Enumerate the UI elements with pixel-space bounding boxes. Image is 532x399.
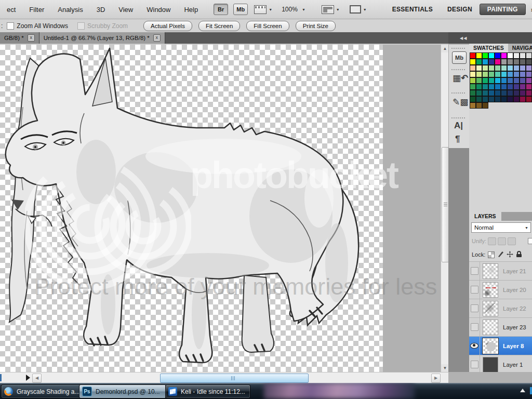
menu-window[interactable]: Window: [140, 6, 177, 14]
swatch[interactable]: [513, 96, 520, 102]
swatch[interactable]: [476, 59, 482, 65]
workspace-tab-essentials[interactable]: ESSENTIALS: [385, 6, 440, 13]
tray-icon[interactable]: [530, 387, 532, 394]
workspace-overflow-button[interactable]: »: [526, 6, 532, 14]
swatch[interactable]: [482, 90, 488, 96]
canvas-area[interactable]: [0, 45, 441, 372]
browse-bridge-button[interactable]: Br: [214, 4, 228, 15]
layer-row[interactable]: Layer 21: [469, 262, 532, 281]
workspace-tab-painting[interactable]: PAINTING: [480, 4, 526, 15]
swatch[interactable]: [513, 52, 520, 59]
swatch[interactable]: [470, 90, 476, 96]
swatch[interactable]: [470, 96, 476, 102]
swatch[interactable]: [507, 77, 513, 84]
fill-screen-button[interactable]: Fill Screen: [246, 21, 289, 31]
layer-row[interactable]: Layer 22: [469, 299, 532, 318]
horizontal-scroll-thumb[interactable]: [160, 374, 309, 383]
propagate-frame-checkbox[interactable]: [528, 238, 532, 244]
tab-navigator[interactable]: NAVIGATOR: [508, 44, 532, 52]
lock-transparent-pixels-icon[interactable]: [488, 251, 495, 258]
close-tab-icon[interactable]: x: [153, 34, 161, 42]
swatch[interactable]: [495, 71, 501, 77]
swatch[interactable]: [495, 59, 501, 65]
swatch[interactable]: [513, 77, 520, 84]
swatch[interactable]: [495, 77, 501, 84]
visibility-toggle[interactable]: [469, 281, 480, 299]
view-extras-dropdown[interactable]: ▼: [254, 5, 272, 14]
document-tab-0[interactable]: GB/8) *x: [0, 32, 39, 44]
print-size-button[interactable]: Print Size: [296, 21, 336, 31]
swatch[interactable]: [526, 96, 532, 102]
taskbar-button-firefox[interactable]: Grayscale Shading a...: [1, 384, 84, 398]
swatch[interactable]: [482, 65, 488, 71]
swatch[interactable]: [476, 102, 482, 109]
swatch[interactable]: [501, 96, 507, 102]
paragraph-panel-icon[interactable]: ¶: [455, 134, 460, 144]
scroll-left-arrow[interactable]: ◀: [32, 374, 42, 383]
lock-all-icon[interactable]: [516, 251, 522, 259]
fit-screen-button[interactable]: Fit Screen: [198, 21, 240, 31]
close-tab-icon[interactable]: x: [28, 34, 35, 42]
swatch[interactable]: [470, 71, 476, 77]
menu-analysis[interactable]: Analysis: [51, 6, 89, 14]
swatch[interactable]: [476, 52, 482, 59]
visibility-toggle[interactable]: [469, 262, 480, 280]
swatch[interactable]: [501, 90, 507, 96]
swatch[interactable]: [520, 65, 526, 71]
swatch[interactable]: [470, 77, 476, 84]
swatch[interactable]: [488, 71, 495, 77]
swatch[interactable]: [520, 90, 526, 96]
swatch[interactable]: [482, 77, 488, 84]
swatch[interactable]: [476, 90, 482, 96]
tab-swatches[interactable]: SWATCHES: [469, 44, 508, 52]
browse-minibridge-button[interactable]: Mb: [233, 4, 248, 15]
status-flyout-arrow-icon[interactable]: [26, 375, 30, 381]
visibility-toggle[interactable]: [469, 355, 480, 372]
zoom-all-windows-checkbox[interactable]: [7, 22, 14, 30]
swatch[interactable]: [470, 52, 476, 59]
swatch[interactable]: [482, 96, 488, 102]
visibility-toggle[interactable]: [469, 318, 480, 336]
swatch[interactable]: [482, 71, 488, 77]
swatch[interactable]: [488, 96, 495, 102]
swatch[interactable]: [476, 77, 482, 84]
menu-ect[interactable]: ect: [0, 6, 22, 14]
swatch[interactable]: [507, 90, 513, 96]
swatch[interactable]: [501, 77, 507, 84]
swatch[interactable]: [526, 59, 532, 65]
swatch[interactable]: [526, 77, 532, 84]
swatch[interactable]: [507, 59, 513, 65]
swatch[interactable]: [470, 59, 476, 65]
swatch[interactable]: [476, 71, 482, 77]
arrange-documents-dropdown[interactable]: ▼: [322, 5, 340, 14]
swatch[interactable]: [520, 77, 526, 84]
swatch[interactable]: [501, 59, 507, 65]
swatch[interactable]: [526, 52, 532, 59]
taskbar-button-messenger[interactable]: Keli - Idle since 11:12...: [165, 384, 250, 398]
swatch[interactable]: [482, 52, 488, 59]
swatch[interactable]: [488, 52, 495, 59]
scroll-up-arrow[interactable]: ▲: [441, 45, 449, 52]
show-hidden-icons-arrow[interactable]: [520, 389, 525, 392]
swatch[interactable]: [476, 65, 482, 71]
swatch[interactable]: [488, 90, 495, 96]
swatch[interactable]: [488, 65, 495, 71]
swatch[interactable]: [507, 52, 513, 59]
visibility-toggle[interactable]: [469, 299, 480, 317]
swatch[interactable]: [476, 84, 482, 90]
swatch[interactable]: [470, 65, 476, 71]
swatch[interactable]: [501, 71, 507, 77]
swatch[interactable]: [507, 65, 513, 71]
swatch[interactable]: [470, 84, 476, 90]
menu-3d[interactable]: 3D: [90, 6, 112, 14]
swatch[interactable]: [507, 96, 513, 102]
swatch[interactable]: [488, 77, 495, 84]
swatch[interactable]: [507, 84, 513, 90]
swatch[interactable]: [520, 71, 526, 77]
swatch[interactable]: [495, 84, 501, 90]
swatch[interactable]: [513, 71, 520, 77]
swatch[interactable]: [495, 65, 501, 71]
swatch[interactable]: [501, 84, 507, 90]
workspace-tab-design[interactable]: DESIGN: [440, 6, 480, 13]
taskbar-button-photoshop[interactable]: PsDemonlord.psd @ 10...: [79, 384, 166, 398]
